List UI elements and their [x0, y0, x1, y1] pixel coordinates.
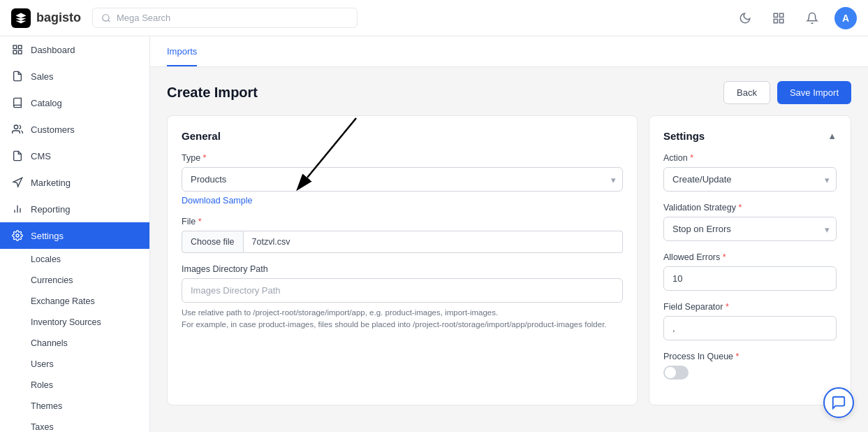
svg-point-0 [103, 14, 109, 20]
chat-icon [831, 395, 846, 410]
images-directory-label: Images Directory Path [182, 264, 623, 274]
sidebar-label-marketing: Marketing [31, 178, 71, 188]
sidebar-item-locales[interactable]: Locales [0, 249, 149, 270]
content-area: General Type * Produc [150, 115, 868, 422]
sidebar-label-reporting: Reporting [31, 204, 70, 215]
svg-rect-5 [13, 45, 17, 49]
grid-icon [11, 43, 24, 56]
validation-select[interactable]: Stop on Errors Skip Errors [663, 217, 837, 241]
page-title: Create Import [167, 85, 258, 101]
file-name: 7otzvl.csv [244, 231, 623, 253]
megaphone-icon [11, 176, 24, 189]
tab-imports[interactable]: Imports [167, 36, 197, 66]
sidebar-label-cms: CMS [31, 151, 51, 161]
logo-icon [11, 8, 31, 28]
toggle-knob [665, 367, 676, 378]
svg-rect-1 [774, 13, 777, 17]
action-select[interactable]: Create/Update Delete [663, 167, 837, 192]
validation-label: Validation Strategy * [663, 203, 837, 213]
validation-select-wrapper: Stop on Errors Skip Errors ▾ [663, 217, 837, 241]
svg-rect-4 [780, 19, 784, 22]
sidebar-item-reporting[interactable]: Reporting [0, 196, 149, 222]
svg-point-9 [14, 125, 17, 129]
header-actions: A [734, 7, 857, 29]
svg-rect-8 [18, 50, 22, 54]
layout: Dashboard Sales Catalog Customers CMS [0, 36, 868, 432]
type-label: Type * [182, 153, 623, 163]
sidebar-item-currencies[interactable]: Currencies [0, 270, 149, 291]
sidebar-label-catalog: Catalog [31, 98, 62, 108]
sidebar-item-roles[interactable]: Roles [0, 375, 149, 396]
svg-point-13 [16, 234, 19, 237]
field-separator-label: Field Separator * [663, 302, 837, 312]
bar-chart-icon [11, 203, 24, 215]
images-directory-input[interactable] [182, 278, 623, 303]
chat-bubble[interactable] [823, 387, 854, 418]
settings-header: Settings ▲ [663, 130, 837, 142]
grid-icon[interactable] [767, 7, 790, 29]
general-title: General [182, 130, 623, 142]
sidebar-item-taxes[interactable]: Taxes [0, 417, 149, 432]
allowed-errors-input[interactable]: 10 [663, 266, 837, 291]
download-sample-link[interactable]: Download Sample [182, 196, 252, 206]
moon-icon[interactable] [734, 7, 756, 29]
sidebar-item-customers[interactable]: Customers [0, 116, 149, 143]
process-queue-form-group: Process In Queue * [663, 352, 837, 380]
process-queue-toggle[interactable] [663, 366, 689, 380]
sidebar-item-themes[interactable]: Themes [0, 396, 149, 417]
back-button[interactable]: Back [723, 81, 770, 104]
sidebar-item-cms[interactable]: CMS [0, 143, 149, 169]
choose-file-button[interactable]: Choose file [182, 231, 244, 253]
book-icon [11, 96, 24, 109]
field-separator-input[interactable]: , [663, 316, 837, 340]
file-label: File * [182, 217, 623, 226]
process-queue-toggle-wrapper [663, 366, 837, 380]
hint-text: Use relative path to /project-root/stora… [182, 307, 623, 331]
header: bagisto Mega Search A [0, 0, 868, 36]
action-form-group: Action * Create/Update Delete ▾ [663, 153, 837, 192]
svg-rect-2 [780, 13, 784, 17]
sidebar-label-settings: Settings [31, 231, 64, 241]
logo[interactable]: bagisto [11, 8, 81, 28]
sidebar-item-dashboard[interactable]: Dashboard [0, 36, 149, 63]
validation-form-group: Validation Strategy * Stop on Errors Ski… [663, 203, 837, 241]
file-form-group: File * Choose file 7otzvl.csv [182, 217, 623, 253]
sidebar-label-customers: Customers [31, 124, 75, 135]
settings-title: Settings [663, 130, 705, 142]
sidebar-label-sales: Sales [31, 71, 54, 82]
action-select-wrapper: Create/Update Delete ▾ [663, 167, 837, 192]
main-content: Imports Create Import Back Save Import G… [150, 36, 868, 432]
sidebar-item-users[interactable]: Users [0, 354, 149, 375]
users-icon [11, 123, 24, 136]
process-queue-label: Process In Queue * [663, 352, 837, 361]
sidebar: Dashboard Sales Catalog Customers CMS [0, 36, 150, 432]
search-bar[interactable]: Mega Search [92, 8, 358, 28]
bell-icon[interactable] [801, 7, 823, 29]
sidebar-item-exchange-rates[interactable]: Exchange Rates [0, 291, 149, 312]
search-placeholder: Mega Search [117, 13, 170, 23]
sidebar-item-sales[interactable]: Sales [0, 63, 149, 89]
svg-rect-7 [13, 50, 17, 54]
images-directory-form-group: Images Directory Path Use relative path … [182, 264, 623, 331]
tabs-bar: Imports [150, 36, 868, 67]
sidebar-item-settings[interactable]: Settings [0, 222, 149, 249]
logo-text: bagisto [36, 10, 81, 25]
svg-rect-6 [18, 45, 22, 49]
action-label: Action * [663, 153, 837, 163]
chevron-up-icon[interactable]: ▲ [827, 131, 837, 141]
save-import-button[interactable]: Save Import [777, 81, 851, 104]
sidebar-sub-menu: Locales Currencies Exchange Rates Invent… [0, 249, 149, 432]
sidebar-item-channels[interactable]: Channels [0, 333, 149, 354]
svg-rect-3 [774, 19, 777, 22]
sidebar-label-dashboard: Dashboard [31, 45, 75, 55]
avatar[interactable]: A [834, 7, 857, 29]
type-select-wrapper: Products Customers ▾ [182, 167, 623, 192]
file-icon [11, 150, 24, 162]
page-header: Create Import Back Save Import [150, 67, 868, 115]
type-select[interactable]: Products Customers [182, 167, 623, 192]
page-actions: Back Save Import [723, 81, 851, 104]
sidebar-item-catalog[interactable]: Catalog [0, 89, 149, 116]
sidebar-item-inventory-sources[interactable]: Inventory Sources [0, 312, 149, 333]
allowed-errors-form-group: Allowed Errors * 10 [663, 252, 837, 291]
sidebar-item-marketing[interactable]: Marketing [0, 169, 149, 196]
